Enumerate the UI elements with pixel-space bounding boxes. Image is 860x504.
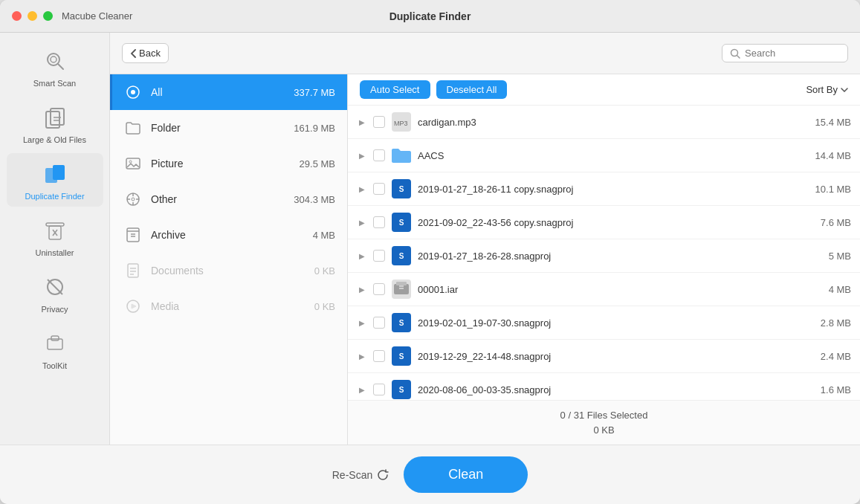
file-icon-snagproj: S — [391, 212, 412, 233]
sidebar-item-uninstaller[interactable]: Uninstaller — [7, 210, 103, 263]
category-name-picture: Picture — [151, 158, 291, 169]
deselect-all-button[interactable]: Deselect All — [436, 80, 508, 99]
file-checkbox[interactable] — [373, 149, 385, 161]
documents-category-icon — [124, 262, 142, 280]
expand-arrow[interactable]: ▶ — [357, 150, 367, 161]
file-checkbox[interactable] — [373, 250, 385, 262]
expand-arrow[interactable]: ▶ — [357, 251, 367, 261]
file-checkbox[interactable] — [373, 384, 385, 395]
category-item-archive[interactable]: Archive 4 MB — [110, 217, 347, 253]
window-title: Duplicate Finder — [389, 10, 471, 22]
large-old-files-icon — [40, 103, 70, 132]
svg-rect-33 — [128, 264, 138, 277]
search-icon — [730, 48, 740, 59]
category-item-folder[interactable]: Folder 161.9 MB — [110, 110, 347, 146]
status-bar: 0 / 31 Files Selected 0 KB — [348, 400, 860, 445]
expand-arrow[interactable]: ▶ — [357, 351, 367, 361]
file-checkbox[interactable] — [373, 283, 385, 295]
content-area: Back — [110, 33, 860, 445]
file-item[interactable]: ▶ AACS 14.4 MB — [348, 139, 860, 172]
category-item-documents[interactable]: Documents 0 KB — [110, 253, 347, 288]
category-name-folder: Folder — [151, 122, 285, 134]
svg-rect-8 — [53, 165, 65, 180]
expand-arrow[interactable]: ▶ — [357, 384, 367, 395]
file-icon-folder — [391, 145, 412, 166]
file-size: 14.4 MB — [815, 150, 851, 161]
expand-arrow[interactable]: ▶ — [357, 317, 367, 328]
category-size-archive: 4 MB — [313, 230, 335, 241]
category-item-media[interactable]: Media 0 KB — [110, 288, 347, 324]
traffic-lights — [12, 11, 53, 21]
picture-category-icon — [124, 155, 142, 172]
file-checkbox[interactable] — [373, 116, 385, 128]
file-name: AACS — [418, 150, 809, 161]
expand-arrow[interactable]: ▶ — [357, 184, 367, 194]
folder-category-icon — [124, 119, 142, 137]
file-name: 2019-02-01_19-07-30.snagproj — [418, 317, 815, 329]
file-icon-snagproj: S — [391, 178, 412, 199]
toolkit-icon — [40, 329, 70, 358]
back-button[interactable]: Back — [122, 43, 169, 63]
minimize-button[interactable] — [28, 11, 37, 21]
file-icon-iar — [391, 279, 412, 300]
sidebar: Smart Scan Large & Old Files — [0, 33, 110, 445]
media-category-icon — [124, 297, 142, 315]
file-item[interactable]: ▶ S 2019-02-01_19-07-30.snagproj 2.8 MB — [348, 306, 860, 340]
svg-rect-16 — [51, 336, 59, 340]
maximize-button[interactable] — [43, 11, 53, 21]
back-label: Back — [139, 48, 161, 59]
sidebar-item-privacy[interactable]: Privacy — [7, 266, 103, 320]
file-item[interactable]: ▶ MP3 cardigan.mp3 15.4 MB — [348, 106, 860, 139]
search-box[interactable] — [722, 44, 848, 62]
svg-rect-21 — [126, 158, 140, 169]
file-item[interactable]: ▶ — [348, 273, 860, 306]
titlebar: Macube Cleaner Duplicate Finder — [0, 0, 860, 33]
category-size-other: 304.3 MB — [294, 194, 335, 205]
sidebar-item-toolkit[interactable]: ToolKit — [7, 323, 103, 376]
expand-arrow[interactable]: ▶ — [357, 217, 367, 227]
svg-line-2 — [58, 64, 63, 69]
category-item-picture[interactable]: Picture 29.5 MB — [110, 146, 347, 181]
sort-by-control[interactable]: Sort By — [806, 84, 848, 95]
bottom-bar: Re-Scan Clean — [0, 445, 860, 504]
category-size-folder: 161.9 MB — [294, 123, 335, 134]
file-item[interactable]: ▶ S 2019-12-29_22-14-48.snagproj 2.4 MB — [348, 340, 860, 373]
category-size-documents: 0 KB — [314, 265, 335, 277]
file-item[interactable]: ▶ S 2021-09-02_22-43-56 copy.snagproj 7.… — [348, 206, 860, 239]
file-checkbox[interactable] — [373, 216, 385, 228]
svg-marker-38 — [132, 304, 136, 308]
file-icon-snagproj: S — [391, 379, 412, 400]
category-item-all[interactable]: All 337.7 MB — [110, 74, 347, 110]
expand-arrow[interactable]: ▶ — [357, 284, 367, 294]
rescan-icon — [377, 469, 389, 481]
category-size-media: 0 KB — [314, 301, 335, 312]
clean-button[interactable]: Clean — [404, 456, 528, 493]
svg-text:MP3: MP3 — [394, 120, 408, 127]
category-item-other[interactable]: Other 304.3 MB — [110, 181, 347, 217]
svg-line-18 — [737, 55, 740, 58]
sidebar-item-large-old-files[interactable]: Large & Old Files — [7, 97, 103, 150]
uninstaller-icon — [40, 216, 70, 245]
file-item[interactable]: ▶ S 2019-01-27_18-26-28.snagproj 5 MB — [348, 239, 860, 273]
category-name-documents: Documents — [151, 265, 305, 277]
file-checkbox[interactable] — [373, 183, 385, 195]
file-name: 2019-12-29_22-14-48.snagproj — [418, 351, 815, 362]
archive-category-icon — [124, 226, 142, 244]
main-content: Smart Scan Large & Old Files — [0, 33, 860, 445]
file-item[interactable]: ▶ S 2020-08-06_00-03-35.snagproj 1.6 MB — [348, 373, 860, 400]
auto-select-button[interactable]: Auto Select — [360, 80, 430, 99]
sort-by-label: Sort By — [806, 84, 838, 95]
category-name-all: All — [151, 86, 285, 98]
rescan-button[interactable]: Re-Scan — [332, 469, 389, 481]
file-item[interactable]: ▶ S 2019-01-27_18-26-11 copy.snagproj 10… — [348, 172, 860, 206]
search-input[interactable] — [745, 48, 841, 59]
expand-arrow[interactable]: ▶ — [357, 117, 367, 127]
close-button[interactable] — [12, 11, 22, 21]
file-list: ▶ MP3 cardigan.mp3 15.4 MB — [348, 106, 860, 400]
file-icon-snagproj: S — [391, 346, 412, 366]
sidebar-item-duplicate-finder[interactable]: Duplicate Finder — [7, 153, 103, 207]
sidebar-item-smart-scan[interactable]: Smart Scan — [7, 40, 103, 94]
svg-point-1 — [51, 56, 56, 62]
file-checkbox[interactable] — [373, 317, 385, 329]
file-checkbox[interactable] — [373, 350, 385, 362]
